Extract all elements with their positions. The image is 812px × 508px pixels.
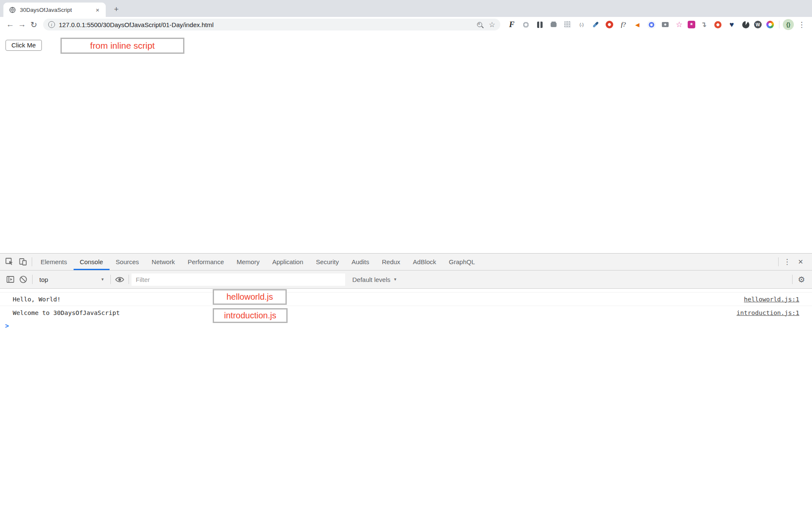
introduction-annotation: introduction.js [213,308,288,323]
devtools-tab-graphql[interactable]: GraphQL [442,254,481,270]
font-question-extension-icon[interactable]: f? [618,19,629,30]
context-label: top [39,276,48,283]
tab-close-icon[interactable]: × [93,6,102,14]
dot-grid-extension-icon[interactable] [562,19,573,30]
tab-title: 30DaysOfJavaScript [20,7,93,13]
click-me-button[interactable]: Click Me [5,40,42,51]
red-ring-extension-icon[interactable] [712,19,723,30]
reload-icon[interactable]: ↻ [28,19,40,30]
camera-extension-icon[interactable] [660,19,671,30]
console-toolbar-separator [110,275,111,284]
devtools-tab-performance[interactable]: Performance [181,254,230,270]
devtools-separator [32,257,32,266]
back-icon[interactable]: ← [4,19,16,30]
font-style-extension-icon[interactable]: F [506,19,517,30]
circle-dash-extension-icon[interactable]: (-) [576,19,587,30]
inline-script-annotation: from inline script [60,38,184,54]
new-tab-button[interactable]: + [111,4,122,15]
browser-menu-icon[interactable]: ⋮ [798,20,805,29]
bookmark-star-icon[interactable]: ☆ [489,21,495,28]
gauge-extension-icon[interactable] [740,19,751,30]
log-levels-label: Default levels [352,276,390,283]
console-message: Welcome to 30DaysOfJavaScript [13,309,120,316]
live-expression-eye-icon[interactable] [113,276,126,283]
execution-context-select[interactable]: top ▼ [35,276,108,283]
console-toolbar-separator [129,275,129,284]
forward-icon[interactable]: → [16,19,28,30]
devtools-menu-icon[interactable]: ⋮ [781,254,793,270]
inspect-element-icon[interactable] [3,254,16,270]
helloworld-annotation: helloworld.js [213,289,287,305]
devtools-tab-memory[interactable]: Memory [230,254,266,270]
devtools-tab-security[interactable]: Security [310,254,345,270]
toolbar-separator [779,21,779,28]
chevron-down-icon: ▼ [393,277,397,282]
console-sidebar-toggle-icon[interactable] [4,276,17,283]
extensions-row: F (-) f? ◀ ☆ * ↴ ♥ W [506,19,776,30]
devtools-tab-application[interactable]: Application [266,254,310,270]
bent-arrow-extension-icon[interactable]: ↴ [698,19,709,30]
devtools-tab-sources[interactable]: Sources [110,254,145,270]
pink-star-extension-icon[interactable]: ☆ [674,19,685,30]
devtools-tab-elements[interactable]: Elements [34,254,74,270]
blue-ring-extension-icon[interactable] [646,19,657,30]
page-viewport: Click Me from inline script [0,32,812,253]
browser-tab[interactable]: 30DaysOfJavaScript × [3,3,106,17]
console-message: Hello, World! [13,296,61,303]
devtools-tab-redux[interactable]: Redux [376,254,406,270]
browser-window: 30DaysOfJavaScript × + ← → ↻ i 127.0.0.1… [0,0,812,508]
console-row: Welcome to 30DaysOfJavaScript introducti… [0,306,812,319]
url-text: 127.0.0.1:5500/30DaysOfJavaScript/01-Day… [59,21,214,28]
devtools-tab-console[interactable]: Console [74,254,110,270]
console-source-link[interactable]: introduction.js:1 [737,309,799,316]
eyedropper-extension-icon[interactable] [590,19,601,30]
console-source-link[interactable]: helloworld.js:1 [744,296,799,303]
console-prompt-chevron[interactable]: > [0,319,812,330]
flower-extension-icon[interactable]: * [688,21,695,28]
tab-strip: 30DaysOfJavaScript × + [0,0,812,17]
browser-toolbar: ← → ↻ i 127.0.0.1:5500/30DaysOfJavaScrip… [0,17,812,32]
console-messages: Hello, World! helloworld.js:1 Welcome to… [0,289,812,330]
devtools-separator [778,257,779,266]
console-toolbar-separator [32,275,33,284]
log-levels-select[interactable]: Default levels ▼ [352,276,397,283]
console-toolbar: top ▼ Default levels ▼ ⚙ [0,271,812,289]
console-row: Hello, World! helloworld.js:1 [0,292,812,306]
devtools-tab-audits[interactable]: Audits [345,254,376,270]
devtools-panel: Elements Console Sources Network Perform… [0,253,812,508]
clear-console-icon[interactable] [17,275,30,284]
console-settings-gear-icon[interactable]: ⚙ [795,275,808,284]
swirl-extension-icon[interactable] [520,19,531,30]
heart-search-extension-icon[interactable]: ♥ [726,19,737,30]
devtools-tab-bar: Elements Console Sources Network Perform… [0,254,812,271]
devtools-tab-adblock[interactable]: AdBlock [406,254,442,270]
favicon-globe-icon [9,7,16,13]
site-info-icon[interactable]: i [48,21,55,28]
chevron-down-icon: ▼ [101,277,104,282]
robot-extension-icon[interactable] [548,19,559,30]
megaphone-extension-icon[interactable]: ◀ [632,19,643,30]
zoom-icon[interactable] [477,22,482,27]
address-bar[interactable]: i 127.0.0.1:5500/30DaysOfJavaScript/01-D… [43,19,500,30]
toggle-device-toolbar-icon[interactable] [16,254,30,270]
profile-avatar[interactable]: {} [783,19,794,30]
devtools-close-icon[interactable]: × [793,254,808,270]
side-panels-extension-icon[interactable] [534,19,545,30]
color-ring-extension-icon[interactable] [765,19,776,30]
w-circle-extension-icon[interactable]: W [754,21,762,28]
console-toolbar-separator [792,275,793,284]
stop-hand-extension-icon[interactable] [604,19,615,30]
devtools-tab-network[interactable]: Network [145,254,181,270]
filter-input[interactable] [132,273,345,286]
